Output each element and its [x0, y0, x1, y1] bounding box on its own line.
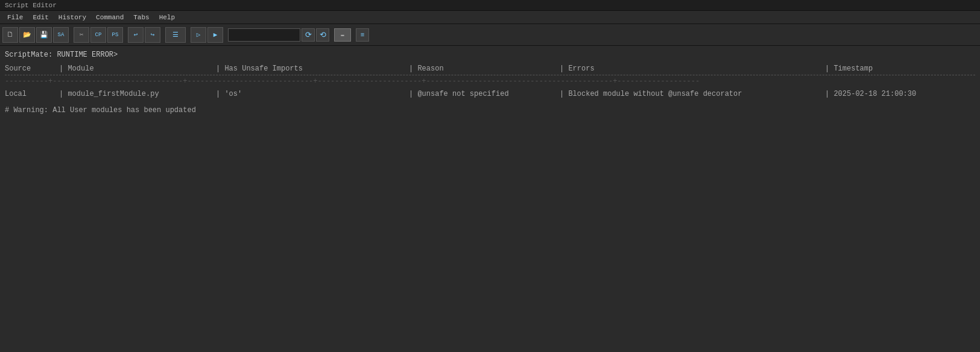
cell-timestamp: | 2025-02-18 21:00:30: [825, 89, 946, 100]
menu-bar: File Edit History Command Tabs Help: [0, 11, 980, 24]
cell-source: Local: [5, 89, 59, 100]
redo-icon: ↪: [151, 31, 155, 39]
search-input[interactable]: [228, 28, 300, 42]
title-label: Script Editor: [5, 2, 57, 9]
block-button[interactable]: ▬: [334, 28, 351, 42]
paste-icon: PS: [112, 32, 119, 38]
copy-icon: CP: [95, 32, 102, 38]
search-forward-button[interactable]: ⟳: [302, 28, 315, 42]
col-header-errors: | Errors: [560, 63, 825, 75]
col-header-unsafe: | Has Unsafe Imports: [216, 63, 409, 75]
undo-icon: ↩: [134, 31, 138, 39]
table-row: Local | module_firstModule.py | 'os' | @…: [5, 89, 975, 100]
new-icon: 🗋: [7, 30, 14, 39]
cell-module: | module_firstModule.py: [59, 89, 216, 100]
menu-help[interactable]: Help: [154, 11, 180, 24]
col-header-source: Source: [5, 63, 59, 75]
separator-4: [187, 27, 189, 43]
title-bar: Script Editor: [0, 0, 980, 11]
cell-unsafe: | 'os': [216, 89, 409, 100]
col-header-module: | Module: [59, 63, 216, 75]
redo-button[interactable]: ↪: [145, 27, 160, 43]
separator-1: [70, 27, 72, 43]
paste-button[interactable]: PS: [107, 27, 123, 43]
col-header-timestamp: | Timestamp: [825, 63, 946, 75]
separator-5: [224, 27, 227, 43]
search-back-icon: ⟲: [320, 30, 326, 40]
warning-message: # Warning: All User modules has been upd…: [5, 105, 975, 116]
cell-errors: | Blocked module without @unsafe decorat…: [560, 89, 825, 100]
table-header: Source | Module | Has Unsafe Imports | R…: [5, 63, 975, 75]
search-back-button[interactable]: ⟲: [316, 28, 329, 42]
lines-icon: ≡: [361, 31, 365, 39]
save-button[interactable]: 💾: [36, 27, 52, 43]
cut-button[interactable]: ✂: [74, 27, 89, 43]
search-forward-icon: ⟳: [305, 30, 312, 40]
separator-3: [162, 27, 164, 43]
block-icon: ▬: [341, 32, 344, 38]
error-header: ScriptMate: RUNTIME ERROR>: [5, 49, 975, 61]
separator-6: [330, 27, 333, 43]
menu-tabs[interactable]: Tabs: [128, 11, 154, 24]
run2-icon: ▶: [213, 31, 218, 39]
col-header-reason: | Reason: [409, 63, 560, 75]
save-icon: 💾: [40, 31, 48, 39]
separator-7: [352, 27, 355, 43]
saveas-icon: SA: [58, 32, 65, 38]
list-button[interactable]: ☰: [165, 27, 186, 43]
lines-button[interactable]: ≡: [356, 28, 369, 42]
open-button[interactable]: 📂: [19, 27, 35, 43]
run1-button[interactable]: ▷: [191, 27, 206, 43]
cut-icon: ✂: [80, 31, 84, 39]
separator-2: [124, 27, 127, 43]
toolbar: 🗋 📂 💾 SA ✂ CP PS ↩ ↪ ☰ ▷ ▶ ⟳ ⟲ ▬: [0, 24, 980, 46]
menu-edit[interactable]: Edit: [28, 11, 53, 24]
run1-icon: ▷: [197, 31, 201, 39]
table-divider: ----------+-----------------------------…: [5, 76, 975, 87]
new-button[interactable]: 🗋: [2, 27, 18, 43]
saveas-button[interactable]: SA: [53, 27, 69, 43]
menu-command[interactable]: Command: [91, 11, 128, 24]
menu-file[interactable]: File: [2, 11, 28, 24]
cell-reason: | @unsafe not specified: [409, 89, 560, 100]
list-icon: ☰: [172, 31, 179, 39]
copy-button[interactable]: CP: [90, 27, 106, 43]
menu-history[interactable]: History: [54, 11, 91, 24]
run2-button[interactable]: ▶: [207, 27, 223, 43]
undo-button[interactable]: ↩: [128, 27, 144, 43]
content-area: ScriptMate: RUNTIME ERROR> Source | Modu…: [0, 46, 980, 120]
open-icon: 📂: [23, 31, 31, 39]
